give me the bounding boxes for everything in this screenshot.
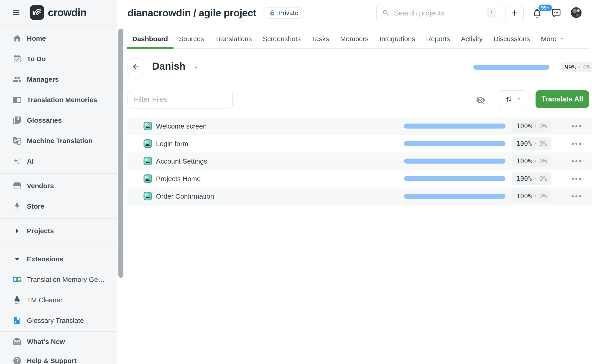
todo-calendar-icon <box>12 54 22 64</box>
file-progress-badge: 100% • 0% <box>512 137 552 150</box>
file-row-welcome-screen[interactable]: Welcome screen 100% • 0% <box>127 117 592 135</box>
translated-percent: 100% <box>516 175 532 182</box>
tab-label: Sources <box>179 35 204 43</box>
hamburger-menu-icon[interactable] <box>12 8 20 17</box>
create-project-button[interactable] <box>506 4 524 22</box>
sidebar-item-vendors[interactable]: Vendors <box>0 176 117 196</box>
open-book-icon <box>12 95 22 105</box>
file-progress-bar <box>404 176 506 181</box>
tab-members[interactable]: Members <box>335 30 374 48</box>
percent-separator: • <box>534 159 537 164</box>
file-name[interactable]: Account Settings <box>156 157 207 165</box>
tab-label: Activity <box>461 35 482 43</box>
sidebar-item-home[interactable]: Home <box>0 28 117 49</box>
sidebar-item-machine-translation[interactable]: Machine Translation <box>0 130 117 151</box>
messages-button[interactable] <box>551 8 562 19</box>
percent-separator: • <box>534 141 537 147</box>
file-kebab-menu[interactable] <box>571 193 582 200</box>
tab-reports[interactable]: Reports <box>420 30 455 48</box>
tab-discussions[interactable]: Discussions <box>488 30 535 48</box>
sidebar-item-label: Help & Support <box>27 357 77 364</box>
file-kebab-menu[interactable] <box>571 140 582 147</box>
file-row-projects-home[interactable]: Projects Home 100% • 0% <box>127 170 592 188</box>
tab-sources[interactable]: Sources <box>173 30 209 48</box>
search-icon <box>382 9 390 17</box>
sidebar-item-extensions[interactable]: Extensions <box>0 249 117 269</box>
sidebar-item-projects[interactable]: Projects <box>0 221 117 241</box>
back-button[interactable] <box>127 58 144 75</box>
search-shortcut-key: / <box>486 8 496 18</box>
tab-integrations[interactable]: Integrations <box>374 30 421 48</box>
sidebar-item-whats-new[interactable]: What's New <box>0 332 117 351</box>
translated-percent: 100% <box>516 192 532 200</box>
file-progress-fill <box>404 176 506 181</box>
sidebar-item-tm-generator[interactable]: Translation Memory Gene… <box>0 269 117 290</box>
file-name[interactable]: Login form <box>156 140 188 148</box>
image-file-icon <box>143 139 152 148</box>
file-row-order-confirmation[interactable]: Order Confirmation 100% • 0% <box>127 188 592 205</box>
sidebar-item-store[interactable]: Store <box>0 196 117 217</box>
translated-percent: 100% <box>516 140 532 147</box>
tab-label: Dashboard <box>132 35 168 43</box>
hide-completed-toggle[interactable] <box>475 95 486 105</box>
crowdin-logo[interactable]: crowdin <box>30 5 86 20</box>
glossary-translate-icon <box>12 316 22 325</box>
chevron-down-icon <box>560 36 565 41</box>
sidebar-item-managers[interactable]: Managers <box>0 69 117 90</box>
percent-separator: • <box>534 194 537 199</box>
image-file-icon <box>143 157 152 165</box>
user-avatar[interactable] <box>571 7 582 18</box>
tab-more[interactable]: More <box>535 30 570 48</box>
approved-percent: 0% <box>539 192 547 200</box>
sidebar-item-glossaries[interactable]: Glossaries <box>0 110 117 130</box>
chevron-down-icon <box>516 97 521 102</box>
gift-icon <box>12 337 22 346</box>
file-progress-badge: 100% • 0% <box>512 120 552 132</box>
file-progress-bar <box>404 124 506 129</box>
image-file-icon <box>143 192 152 201</box>
sidebar-item-translation-memories[interactable]: Translation Memories <box>0 90 117 110</box>
file-progress-badge: 100% • 0% <box>512 190 552 202</box>
translated-percent: 100% <box>516 157 532 165</box>
project-tabs: Dashboard Sources Translations Screensho… <box>127 30 590 49</box>
tab-label: Discussions <box>493 35 530 43</box>
file-name[interactable]: Order Confirmation <box>156 192 214 200</box>
tab-activity[interactable]: Activity <box>455 30 488 48</box>
search-input[interactable] <box>390 9 486 17</box>
file-kebab-menu[interactable] <box>571 123 582 130</box>
tab-dashboard[interactable]: Dashboard <box>127 30 173 48</box>
file-row-account-settings[interactable]: Account Settings 100% • 0% <box>127 152 592 170</box>
help-circle-icon <box>12 356 22 364</box>
notifications-button[interactable]: 99+ <box>531 6 548 23</box>
sidebar-item-tm-cleaner[interactable]: TM Cleaner <box>0 290 117 310</box>
translated-percent: 99% <box>565 64 576 71</box>
tab-translations[interactable]: Translations <box>209 30 257 48</box>
sort-button[interactable] <box>499 90 527 108</box>
sidebar-item-todo[interactable]: To Do <box>0 49 117 69</box>
sidebar-item-help-support[interactable]: Help & Support <box>0 351 117 364</box>
crowdin-logo-icon <box>30 5 44 20</box>
tab-tasks[interactable]: Tasks <box>306 30 335 48</box>
tab-screenshots[interactable]: Screenshots <box>257 30 306 48</box>
file-kebab-menu[interactable] <box>571 176 582 182</box>
language-name[interactable]: Danish <box>152 60 186 72</box>
file-list: Welcome screen 100% • 0% Login form 100%… <box>127 117 592 205</box>
image-file-icon <box>143 122 152 130</box>
crowdin-app: crowdin Home To Do Managers Translation … <box>0 0 592 364</box>
sidebar-divider <box>0 331 117 332</box>
language-dropdown-caret[interactable] <box>193 65 199 72</box>
file-kebab-menu[interactable] <box>571 158 582 164</box>
file-name[interactable]: Projects Home <box>156 175 201 183</box>
tab-label: Translations <box>215 35 252 43</box>
approved-percent: 0% <box>539 175 547 182</box>
sidebar-item-label: Translation Memories <box>27 96 97 104</box>
sidebar-scrollbar-thumb[interactable] <box>118 29 123 278</box>
home-icon <box>12 34 22 43</box>
filter-files-input[interactable] <box>127 90 233 109</box>
translate-all-button[interactable]: Translate All <box>536 90 589 108</box>
sidebar-item-label: Managers <box>27 76 59 83</box>
sidebar-item-glossary-translate[interactable]: Glossary Translate <box>0 310 117 331</box>
sidebar-item-ai[interactable]: AI <box>0 151 117 172</box>
file-row-login-form[interactable]: Login form 100% • 0% <box>127 135 592 152</box>
file-name[interactable]: Welcome screen <box>156 122 207 130</box>
